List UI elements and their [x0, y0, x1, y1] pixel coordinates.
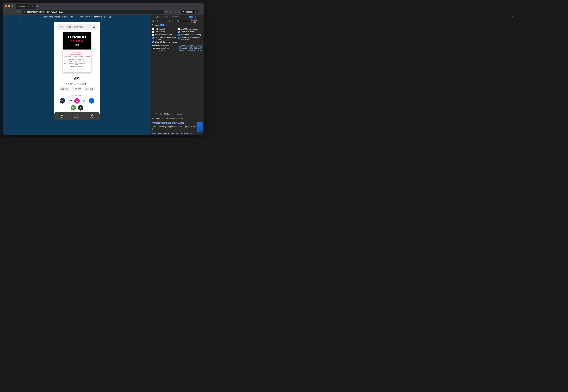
svg-point-10 — [92, 114, 92, 115]
device-toggle-icon[interactable] — [155, 16, 158, 18]
chk-hide-network[interactable]: Hide network — [152, 28, 177, 30]
zoom-select[interactable]: 100% ▾ — [85, 16, 92, 18]
new-tab-button[interactable]: + — [37, 5, 38, 7]
book-cover: PRINCIPLES RAY DALIO 원칙 레이 달리오 지음 | 고영태 … — [63, 32, 91, 72]
close-tab-button[interactable]: × — [32, 5, 33, 8]
bookmark-icon[interactable]: ☆ — [170, 10, 172, 13]
add-store-button[interactable]: + — [78, 105, 83, 111]
device-toolbar: Dimensions: iPhone 12 Pro ▾ 390 × 844 10… — [3, 14, 151, 19]
tab-title: 책모음 - 검색 — [18, 5, 30, 8]
nav-library[interactable]: 내 서재 — [69, 112, 84, 120]
drawer-menu-button[interactable]: ⋮ — [152, 113, 153, 115]
whatsnew-body: This version brings support of Console i… — [152, 125, 202, 131]
inspect-icon[interactable] — [152, 16, 154, 18]
more-tabs-button[interactable]: » — [181, 16, 182, 18]
chk-group[interactable]: Group similar messages in console — [152, 37, 177, 40]
console-settings-icon[interactable] — [166, 24, 168, 26]
cover-title: PRINCIPLES — [65, 36, 89, 39]
sidebar-toggle-icon[interactable]: ▣ — [152, 20, 154, 22]
store-extra[interactable]: 양 — [71, 105, 76, 111]
filter-input[interactable]: Filter — [174, 20, 190, 22]
tag[interactable]: 한빛비즈 — [59, 87, 70, 91]
cover-author: RAY DALIO — [65, 40, 89, 42]
device-select[interactable]: Dimensions: iPhone 12 Pro ▾ — [43, 16, 68, 18]
tag[interactable]: 경제경영 — [84, 87, 95, 91]
throttling-select[interactable]: No throttling ▾ — [94, 16, 106, 18]
store-kyobo[interactable]: KYOBO — [60, 98, 65, 104]
address-bar[interactable]: ⓘ bookmoeum.com/book/9791157842636 — [22, 10, 164, 14]
close-drawer-button[interactable]: × — [202, 113, 203, 115]
chk-selected-ctx[interactable]: Selected context only — [152, 34, 177, 36]
book-title: 원칙 — [74, 76, 80, 81]
store-ridi[interactable]: R — [89, 98, 94, 104]
drawer-tab-whatsnew[interactable]: What's new × — [164, 113, 175, 115]
incognito-label: Incognito (2) — [186, 11, 196, 13]
maximize-window-button[interactable] — [12, 5, 13, 7]
traffic-lights — [5, 5, 13, 7]
site-info-icon[interactable]: ⓘ — [24, 11, 25, 13]
eye-off-icon[interactable] — [165, 11, 168, 13]
store-naver[interactable] — [82, 98, 87, 104]
chk-preserve[interactable]: Preserve log — [152, 31, 177, 33]
chk-autocomplete[interactable]: Autocomplete from history — [178, 34, 202, 36]
svg-point-14 — [195, 16, 196, 17]
log-line[interactable]: heartbeatsundefined644-aac58f3ca58d4751.… — [151, 49, 204, 51]
search-input[interactable] — [58, 26, 93, 28]
live-expression-icon[interactable]: ◉ — [168, 20, 171, 22]
context-select[interactable]: top ▾ — [162, 20, 165, 22]
log-line[interactable]: heartbeatsundefined644-aac58f3ca58d4751.… — [151, 45, 204, 47]
cover-subtitle: 원칙 — [65, 43, 89, 46]
rotate-icon[interactable] — [109, 16, 111, 18]
forward-button[interactable]: → — [10, 10, 15, 14]
settings-icon[interactable] — [194, 16, 197, 18]
store-yes24[interactable]: yes24 — [67, 98, 72, 104]
book-credits: 레이 달리오저 고영태역 — [65, 82, 89, 85]
devtools-drawer: ⋮ Console What's new × Issues × Highligh… — [151, 112, 204, 135]
browser-tab[interactable]: 책모음 - 검색 × — [16, 4, 35, 9]
bottom-nav: 홈 내 서재 로그인 — [54, 112, 100, 120]
drawer-tab-issues[interactable]: Issues — [177, 113, 182, 115]
log-levels-select[interactable]: Default levels ▾ — [191, 19, 203, 23]
search-box[interactable] — [56, 24, 98, 30]
clear-console-icon[interactable]: ⊘ — [156, 20, 158, 22]
reload-button[interactable]: ⟳ — [16, 10, 20, 14]
devtools-panel: | Elements Console » ▤ 3 ⋮ × ▣ ⊘ | top ▾ — [151, 14, 204, 135]
issues-count-badge[interactable]: ▤ 3 — [160, 24, 164, 26]
issues-badge[interactable]: ▤ 3 — [189, 16, 193, 18]
incognito-indicator[interactable]: Incognito (2) — [181, 10, 198, 14]
read-at-label: 읽을 수 있는 곳 — [71, 94, 83, 97]
nav-login[interactable]: 로그인 — [85, 112, 100, 120]
drawer-tab-console[interactable]: Console — [155, 113, 162, 115]
tab-console[interactable]: Console — [172, 15, 179, 19]
log-line[interactable]: heartbeatsundefined644-aac58f3ca58d4751.… — [151, 47, 204, 49]
svg-rect-9 — [76, 114, 78, 116]
browser-menu-button[interactable]: ⋮ — [200, 10, 202, 13]
devtools-menu-button[interactable]: ⋮ — [198, 16, 200, 18]
close-devtools-button[interactable]: × — [202, 16, 203, 18]
store-aladin[interactable] — [74, 98, 80, 104]
device-width[interactable]: 390 — [70, 16, 73, 18]
whatsnew-heading: Enhanced network track in the Performanc… — [152, 132, 202, 135]
chk-treat-eval[interactable]: Treat code evaluation as user action — [178, 37, 202, 40]
nav-home[interactable]: 홈 — [54, 112, 69, 120]
tab-elements[interactable]: Elements — [161, 15, 170, 19]
console-settings-checks: Hide network Log XMLHttpRequests Preserv… — [151, 27, 204, 44]
console-prompt[interactable]: › — [151, 51, 204, 54]
search-icon[interactable] — [93, 26, 96, 28]
chk-eager[interactable]: Eager evaluation — [178, 31, 202, 33]
chk-cors[interactable]: Show CORS errors in console — [152, 41, 202, 43]
svg-line-5 — [94, 27, 95, 28]
svg-point-4 — [93, 26, 95, 28]
reading-list-icon[interactable] — [174, 11, 176, 13]
minimize-window-button[interactable] — [8, 5, 10, 7]
back-button[interactable]: ← — [4, 10, 9, 14]
whatsnew-art — [197, 122, 203, 132]
svg-rect-13 — [157, 16, 158, 17]
chk-log-xhr[interactable]: Log XMLHttpRequests — [178, 28, 202, 30]
tag[interactable]: 20180618 — [71, 87, 83, 91]
close-icon[interactable]: × — [174, 113, 175, 115]
close-window-button[interactable] — [5, 5, 7, 7]
console-log: heartbeatsundefined644-aac58f3ca58d4751.… — [151, 44, 204, 112]
device-height[interactable]: 844 — [80, 16, 83, 18]
tabs-dropdown-button[interactable] — [199, 5, 202, 7]
